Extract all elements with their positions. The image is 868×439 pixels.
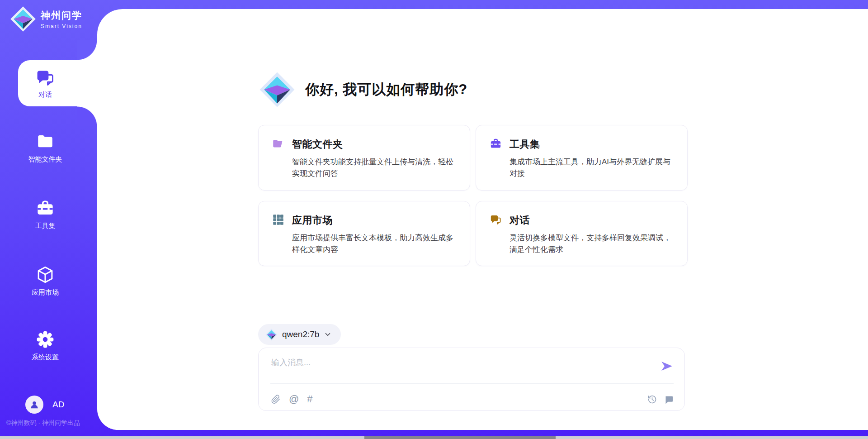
tab-curve-bottom	[77, 106, 97, 126]
chevron-down-icon	[324, 330, 332, 339]
history-icon	[647, 395, 657, 404]
mention-button[interactable]: @	[289, 394, 299, 404]
send-button[interactable]	[659, 359, 675, 374]
card-description: 应用市场提供丰富长文本模板，助力高效生成多样化文章内容	[292, 232, 456, 256]
chat-bubbles-icon	[35, 68, 55, 88]
user-initials: AD	[52, 400, 64, 410]
paperclip-icon	[271, 395, 281, 404]
avatar	[25, 396, 43, 414]
composer-toolbar-right	[647, 395, 674, 404]
window-bottom-edge	[0, 436, 868, 439]
composer-toolbar: @ #	[271, 394, 674, 404]
attach-file-button[interactable]	[271, 395, 281, 404]
card-app-market[interactable]: 应用市场 应用市场提供丰富长文本模板，助力高效生成多样化文章内容	[258, 201, 470, 267]
brand-subtitle: Smart Vision	[41, 23, 82, 29]
folder-icon	[272, 138, 292, 152]
sidebar-item-label: 应用市场	[0, 288, 90, 297]
model-selector[interactable]: qwen2:7b	[258, 324, 341, 345]
user-account[interactable]: AD	[25, 396, 64, 414]
card-toolset[interactable]: 工具集 集成市场上主流工具，助力AI与外界无缝扩展与对接	[476, 125, 688, 191]
brand-logo: 神州问学 Smart Vision	[10, 6, 82, 32]
greeting: 你好, 我可以如何帮助你?	[259, 72, 467, 108]
sidebar-item-settings[interactable]: 系统设置	[0, 330, 90, 362]
card-title: 应用市场	[292, 214, 456, 228]
history-button[interactable]	[647, 395, 657, 404]
card-description: 灵活切换多模型文件，支持多样回复效果调试，满足个性化需求	[509, 232, 674, 256]
main-panel: 你好, 我可以如何帮助你? 智能文件夹 智能文件夹功能支持批量文件上传与清洗，轻…	[97, 9, 868, 430]
brand-diamond-icon	[10, 6, 36, 32]
greeting-text: 你好, 我可以如何帮助你?	[305, 80, 467, 99]
sidebar-item-label: 工具集	[0, 222, 90, 230]
window-bottom-edge-dark	[364, 436, 555, 439]
card-title: 对话	[509, 214, 674, 228]
send-icon	[660, 359, 674, 373]
model-name: qwen2:7b	[282, 329, 319, 339]
gear-icon	[36, 330, 55, 349]
sidebar-item-chat[interactable]: 对话	[18, 60, 102, 106]
card-smart-folder[interactable]: 智能文件夹 智能文件夹功能支持批量文件上传与清洗，轻松实现文件问答	[258, 125, 470, 191]
copyright-text: ©神州数码 · 神州问学出品	[6, 419, 80, 427]
brand-diamond-icon	[259, 72, 295, 108]
card-title: 工具集	[509, 138, 674, 152]
person-icon	[29, 400, 39, 410]
folder-icon	[36, 132, 55, 151]
tab-curve-top	[77, 40, 97, 60]
card-description: 智能文件夹功能支持批量文件上传与清洗，轻松实现文件问答	[292, 156, 456, 180]
at-sign-icon: @	[289, 394, 299, 404]
card-chat[interactable]: 对话 灵活切换多模型文件，支持多样回复效果调试，满足个性化需求	[476, 201, 688, 267]
composer-divider	[270, 383, 674, 384]
sidebar-item-market[interactable]: 应用市场	[0, 265, 90, 297]
brand-name: 神州问学	[41, 9, 82, 22]
card-title: 智能文件夹	[292, 138, 456, 152]
brand-diamond-icon	[265, 329, 278, 341]
toolbox-icon	[36, 199, 55, 218]
sidebar-item-folders[interactable]: 智能文件夹	[0, 132, 90, 164]
message-input[interactable]	[271, 357, 642, 380]
sidebar-item-label: 系统设置	[0, 353, 90, 362]
grid-icon	[272, 214, 292, 228]
chat-bubbles-icon	[490, 214, 509, 228]
feedback-bubble-icon	[664, 395, 674, 404]
toolbox-icon	[490, 138, 509, 152]
sidebar-item-tools[interactable]: 工具集	[0, 199, 90, 230]
message-composer: @ #	[258, 348, 685, 411]
sidebar: 神州问学 Smart Vision 对话 智能文件夹	[0, 0, 97, 439]
cube-icon	[36, 265, 55, 284]
hash-icon: #	[307, 394, 312, 404]
feature-cards: 智能文件夹 智能文件夹功能支持批量文件上传与清洗，轻松实现文件问答 工具集 集成…	[258, 125, 688, 266]
feedback-button[interactable]	[664, 395, 674, 404]
sidebar-item-label: 对话	[38, 91, 52, 99]
topic-button[interactable]: #	[307, 394, 312, 404]
card-description: 集成市场上主流工具，助力AI与外界无缝扩展与对接	[509, 156, 674, 180]
sidebar-item-label: 智能文件夹	[0, 155, 90, 164]
